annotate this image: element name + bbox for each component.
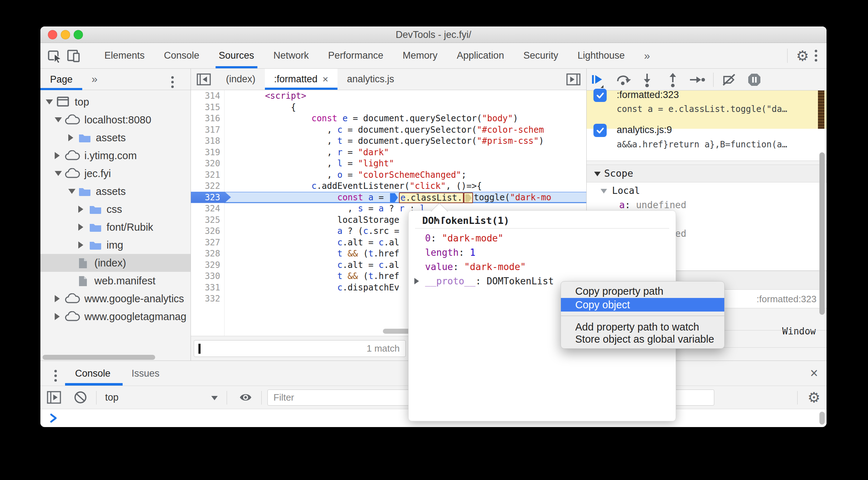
file-tab-index[interactable]: (index) <box>217 69 265 90</box>
chevron-right-icon[interactable] <box>55 313 60 320</box>
chevron-down-icon[interactable] <box>55 117 62 122</box>
checkbox-checked[interactable] <box>593 124 607 137</box>
tree-item-wwwgoogleanalytics[interactable]: www.google-analytics <box>40 290 191 308</box>
scope-variable-a[interactable]: a: undefined <box>619 198 686 212</box>
scope-section-header[interactable]: Scope <box>587 165 827 182</box>
checkbox-checked[interactable] <box>593 89 607 102</box>
step-out-icon[interactable] <box>665 72 681 88</box>
line-number[interactable]: 316 <box>191 113 225 124</box>
menu-item-add-property-path-to-watch[interactable]: Add property path to watch <box>561 320 724 334</box>
chevron-right-icon[interactable] <box>68 134 73 141</box>
file-tab-analyticsjs[interactable]: analytics.js <box>337 69 403 90</box>
tab-elements[interactable]: Elements <box>95 43 154 68</box>
line-number[interactable]: 327 <box>191 237 225 248</box>
line-number[interactable]: 331 <box>191 282 225 293</box>
tree-item-css[interactable]: css <box>40 200 191 218</box>
drawer-kebab-icon[interactable] <box>51 367 60 385</box>
code-line-314[interactable]: <script> <box>225 90 586 102</box>
step-icon[interactable] <box>689 72 705 88</box>
tree-item-img[interactable]: img <box>40 236 191 254</box>
chevron-down-icon[interactable] <box>601 189 607 194</box>
code-line-323[interactable]: const a = e.classList.toggle("dark-mo <box>225 192 586 203</box>
scope-local-label[interactable]: Local <box>612 182 640 199</box>
step-into-icon[interactable] <box>639 72 655 88</box>
line-number[interactable]: 332 <box>191 293 225 304</box>
tab-network[interactable]: Network <box>264 43 319 68</box>
breakpoint-entry[interactable]: analytics.js:9a&&a.href}return a},B=func… <box>587 129 827 161</box>
menu-item-store-object-as-global-variable[interactable]: Store object as global variable <box>561 332 724 346</box>
code-line-322[interactable]: c.addEventListener("click", ()=>{ <box>225 180 586 192</box>
execution-context-selector[interactable]: top <box>105 386 119 409</box>
navigator-kebab-icon[interactable] <box>168 73 177 91</box>
popup-property-value[interactable]: value: "dark-mode" <box>425 260 672 274</box>
more-panels-icon[interactable]: » <box>92 69 98 90</box>
line-number[interactable]: 320 <box>191 158 225 169</box>
show-debugger-icon[interactable] <box>561 69 586 90</box>
code-line-315[interactable]: { <box>225 102 586 113</box>
titlebar[interactable]: DevTools - jec.fyi/ <box>40 26 827 43</box>
tree-item-assets[interactable]: assets <box>40 182 191 200</box>
code-line-319[interactable]: , r = "dark" <box>225 147 586 158</box>
highlighted-expression[interactable]: e.classList. <box>399 192 464 203</box>
inline-breakpoint-box[interactable] <box>464 192 473 203</box>
scope-global-value[interactable]: Window <box>782 324 816 338</box>
chevron-right-icon[interactable] <box>78 241 83 249</box>
tab-security[interactable]: Security <box>514 43 568 68</box>
menu-item-copy-property-path[interactable]: Copy property path <box>561 284 724 298</box>
breakpoint-entry[interactable]: :formatted:323const a = e.classList.togg… <box>587 90 827 129</box>
tab-application[interactable]: Application <box>447 43 514 68</box>
tab-console[interactable]: Console <box>154 43 209 68</box>
chevron-right-icon[interactable] <box>55 295 60 302</box>
eye-icon[interactable] <box>238 390 253 405</box>
line-number-gutter[interactable]: 3143153163173183193203213223233243253263… <box>191 90 225 361</box>
line-number[interactable]: 326 <box>191 225 225 237</box>
line-number[interactable]: 317 <box>191 124 225 136</box>
line-number[interactable]: 330 <box>191 270 225 282</box>
console-settings-gear-icon[interactable]: ⚙ <box>806 390 822 405</box>
line-number[interactable]: 315 <box>191 102 225 113</box>
tab-page[interactable]: Page <box>50 69 73 90</box>
tab-lighthouse[interactable]: Lighthouse <box>568 43 634 68</box>
step-over-icon[interactable] <box>615 72 631 88</box>
chevron-down-icon[interactable] <box>46 99 53 104</box>
tab-console[interactable]: Console <box>75 361 110 386</box>
tab-memory[interactable]: Memory <box>393 43 447 68</box>
tree-item-iytimgcom[interactable]: i.ytimg.com <box>40 147 191 165</box>
code-line-318[interactable]: , t = document.querySelector("#prism-css… <box>225 135 586 147</box>
inspect-icon[interactable] <box>45 43 64 68</box>
tree-item-index[interactable]: (index) <box>40 254 191 272</box>
line-number[interactable]: 328 <box>191 248 225 259</box>
resume-button[interactable] <box>589 72 606 88</box>
line-number[interactable]: 324 <box>191 203 225 214</box>
code-line-316[interactable]: const e = document.querySelector("body") <box>225 113 586 124</box>
close-icon[interactable]: × <box>322 74 328 85</box>
pause-on-exceptions-icon[interactable] <box>746 72 763 88</box>
line-number[interactable]: 318 <box>191 135 225 147</box>
clear-console-icon[interactable] <box>73 390 88 405</box>
code-line-317[interactable]: , c = document.querySelector("#color-sch… <box>225 124 586 136</box>
chevron-right-icon[interactable] <box>78 224 83 231</box>
code-line-321[interactable]: , o = "colorSchemeChanged"; <box>225 169 586 181</box>
tree-item-fontRubik[interactable]: font/Rubik <box>40 218 191 236</box>
prompt-scrollbar[interactable] <box>819 412 825 425</box>
line-number[interactable]: 314 <box>191 90 225 102</box>
tree-item-webmanifest[interactable]: web.manifest <box>40 272 191 290</box>
sidebar-hscrollbar[interactable] <box>43 355 155 360</box>
line-number[interactable]: 319 <box>191 147 225 158</box>
chevron-down-icon[interactable] <box>55 171 62 176</box>
line-number[interactable]: 321 <box>191 169 225 181</box>
chevron-right-icon[interactable] <box>55 152 60 159</box>
close-icon[interactable]: × <box>806 365 822 381</box>
more-tabs-icon[interactable]: » <box>635 43 660 68</box>
kebab-menu-icon[interactable] <box>812 47 820 64</box>
line-number[interactable]: 322 <box>191 180 225 192</box>
code-line-320[interactable]: , l = "light" <box>225 158 586 169</box>
debugger-vscrollbar[interactable] <box>819 152 825 315</box>
chevron-right-icon[interactable] <box>414 278 419 284</box>
tab-issues[interactable]: Issues <box>132 361 159 386</box>
hide-navigator-icon[interactable] <box>191 69 217 90</box>
settings-gear-icon[interactable]: ⚙ <box>793 49 812 63</box>
popup-property-length[interactable]: length: 1 <box>425 245 672 260</box>
inline-breakpoint-marker-tan[interactable] <box>465 194 472 202</box>
tab-performance[interactable]: Performance <box>319 43 393 68</box>
